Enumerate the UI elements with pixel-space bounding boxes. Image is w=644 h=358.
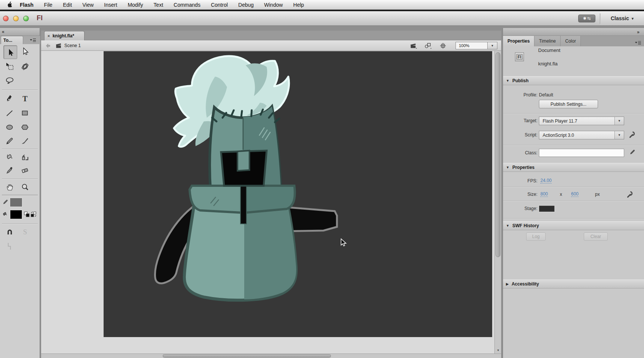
document-tab[interactable]: × knight.fla* [44, 31, 85, 40]
oval-tool[interactable] [3, 121, 16, 133]
eyedropper-tool[interactable] [3, 164, 16, 176]
swap-colors-icon[interactable] [31, 212, 36, 219]
selection-arrow-icon [6, 48, 15, 56]
accessibility-section-header[interactable]: ▶ Accessibility [503, 280, 644, 288]
size-settings-wrench-icon[interactable] [626, 190, 634, 200]
menu-edit[interactable]: Edit [58, 0, 77, 9]
title-bar [0, 11, 644, 26]
magnifier-icon [21, 183, 30, 192]
lasso-tool[interactable] [3, 75, 16, 87]
doc-properties-section-header[interactable]: ▼ Properties [503, 163, 644, 172]
stage[interactable] [104, 51, 492, 337]
eraser-icon [21, 166, 30, 175]
target-dropdown[interactable]: Flash Player 11.7 ▼ [539, 117, 624, 125]
back-arrow-icon[interactable] [46, 43, 52, 49]
edit-scene-button[interactable] [410, 43, 417, 50]
class-field[interactable] [539, 149, 624, 157]
class-edit-pencil-icon[interactable] [629, 148, 636, 157]
workspace-gear-button[interactable]: ✱⇆ [578, 15, 595, 22]
fill-color-swatch[interactable] [10, 210, 22, 219]
horizontal-scrollbar[interactable] [41, 354, 501, 358]
zoom-tool[interactable] [19, 181, 31, 193]
menu-text[interactable]: Text [148, 0, 169, 9]
publish-section-header[interactable]: ▼ Publish [503, 76, 644, 85]
clear-button[interactable]: Clear [584, 232, 608, 241]
menu-modify[interactable]: Modify [122, 0, 148, 9]
menu-view[interactable]: View [77, 0, 99, 9]
center-frame-icon[interactable] [440, 43, 446, 50]
eraser-tool[interactable] [19, 164, 31, 176]
scroll-down-arrow-icon[interactable]: ▼ [497, 349, 500, 352]
collapse-to-icons-icon[interactable]: » [637, 28, 640, 36]
row-separator [503, 145, 644, 145]
tools-panel-tab[interactable]: To... [1, 36, 23, 44]
text-tool[interactable]: T [19, 93, 31, 105]
free-transform-tool[interactable] [3, 61, 16, 72]
smooth-option[interactable]: S [19, 226, 31, 238]
snap-to-objects-option[interactable] [3, 226, 16, 238]
vertical-scrollbar[interactable]: ▼ [494, 51, 501, 354]
subselection-tool[interactable] [19, 45, 31, 57]
menu-debug[interactable]: Debug [233, 0, 259, 9]
size-height-value[interactable]: 600 [571, 191, 579, 197]
collapse-panel-icon[interactable]: « [2, 29, 4, 34]
pencil-tool[interactable] [3, 135, 16, 147]
ink-bottle-tool[interactable] [19, 151, 31, 163]
menu-flash[interactable]: Flash [15, 0, 39, 9]
fps-value[interactable]: 24.00 [540, 178, 552, 183]
scene-breadcrumb[interactable]: Scene 1 [64, 43, 81, 48]
publish-header-label: Publish [512, 78, 528, 83]
edit-symbols-button[interactable] [424, 43, 432, 50]
minimize-window-button[interactable] [13, 16, 19, 21]
chevron-down-icon[interactable]: ▼ [614, 131, 624, 139]
straighten-icon [6, 242, 13, 250]
script-settings-wrench-icon[interactable] [629, 130, 636, 140]
tab-color[interactable]: Color [561, 36, 581, 46]
triangle-down-icon: ▼ [506, 79, 509, 83]
canvas-viewport[interactable] [41, 51, 494, 354]
default-colors-icon[interactable] [24, 212, 30, 219]
zoom-dropdown-button[interactable]: ▼ [488, 42, 497, 49]
tools-panel-menu-icon[interactable] [30, 38, 36, 42]
hand-tool[interactable] [3, 181, 16, 193]
pen-tool[interactable] [3, 93, 16, 105]
size-width-value[interactable]: 800 [540, 191, 548, 197]
chevron-down-icon[interactable]: ▼ [614, 117, 624, 125]
polystar-tool[interactable] [19, 121, 31, 133]
apple-icon[interactable] [7, 1, 12, 8]
menu-insert[interactable]: Insert [99, 0, 122, 9]
tab-timeline[interactable]: Timeline [534, 36, 561, 46]
workspace-label: Classic [611, 15, 629, 21]
menu-control[interactable]: Control [206, 0, 233, 9]
menu-commands[interactable]: Commands [168, 0, 206, 9]
zoom-window-button[interactable] [23, 16, 29, 21]
stroke-color-swatch[interactable] [10, 198, 22, 207]
menu-help[interactable]: Help [288, 0, 309, 9]
log-button[interactable]: Log [526, 232, 546, 241]
script-dropdown[interactable]: ActionScript 3.0 ▼ [539, 131, 624, 139]
horizontal-scrollbar-thumb[interactable] [163, 354, 331, 358]
line-tool[interactable] [3, 107, 16, 119]
vertical-scrollbar-thumb[interactable] [496, 52, 500, 257]
line-icon [5, 109, 14, 118]
menu-file[interactable]: File [39, 0, 58, 9]
properties-panel-menu-icon[interactable] [635, 41, 641, 44]
stage-color-swatch[interactable] [539, 206, 555, 212]
workspace-switcher[interactable]: Classic▾ [600, 12, 644, 25]
straighten-option[interactable] [3, 240, 16, 252]
close-tab-icon[interactable]: × [47, 34, 50, 38]
fill-color-bucket-icon [2, 211, 8, 219]
close-window-button[interactable] [3, 16, 9, 21]
rotation-3d-tool[interactable] [19, 61, 31, 72]
brush-tool[interactable] [19, 135, 31, 147]
publish-settings-button[interactable]: Publish Settings... [539, 100, 598, 108]
swf-history-section-header[interactable]: ▼ SWF History [503, 221, 644, 230]
rectangle-tool[interactable] [19, 107, 31, 119]
tab-properties[interactable]: Properties [503, 36, 534, 46]
zoom-level-input[interactable]: 100% [456, 42, 488, 49]
menu-window[interactable]: Window [259, 0, 288, 9]
fl-badge-glyph: Fl [516, 54, 522, 59]
selection-tool[interactable] [3, 45, 17, 59]
paint-bucket-tool[interactable] [3, 151, 16, 163]
edit-scene-clapperboard-icon [410, 43, 417, 49]
